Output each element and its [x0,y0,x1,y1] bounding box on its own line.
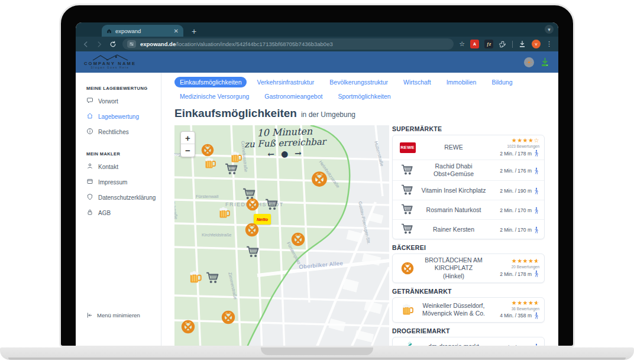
pretzel-map-marker-icon[interactable] [180,319,196,337]
sidebar-section-label: MEIN MAKLER [86,151,161,157]
theme-toggle[interactable] [524,57,534,67]
company-slogan: Slogan Goes Here [91,67,130,70]
tab-immobilien[interactable]: Immobilien [441,77,482,87]
tab-einkaufsm-glichkeiten[interactable]: Einkaufsmöglichkeiten [174,77,247,87]
company-name: COMPANY NAME [84,61,136,66]
page-title: Einkaufsmöglichkeiten in der Umgebung [174,107,558,120]
cart-map-marker-icon[interactable] [245,245,261,262]
forward-icon[interactable] [95,40,103,48]
collapse-left-icon [86,312,93,318]
tab-title: expowand [115,28,170,34]
pretzel-map-marker-icon[interactable] [221,310,236,327]
site-settings-icon[interactable] [127,40,136,48]
street-label: Fürstenwall [196,194,218,199]
place-row[interactable]: Rainer Kersten2 Min. / 170 m [393,219,544,239]
back-icon[interactable] [82,40,90,48]
beer-map-marker-icon[interactable] [203,156,217,173]
place-name: Rachid Dhabi Obst+Gemüse [418,162,490,178]
browser-tab[interactable]: expowand ✕ [102,25,183,37]
pdf-extension-icon[interactable]: A [470,40,479,48]
star-rating: ★★★★☆ [490,138,539,144]
extensions-puzzle-icon[interactable] [499,40,507,48]
place-row[interactable]: Rosmarin Naturkost2 Min. / 170 m [393,200,544,219]
cart-map-marker-icon[interactable] [205,271,221,288]
zoom-out-button[interactable]: − [181,144,195,157]
map[interactable]: + − 10 Minuten zu Fuß erreichbar ← ● → H… [174,125,389,346]
panel-section-title: DROGERIEMARKT [392,327,545,334]
tab-close-icon[interactable]: ✕ [174,28,179,34]
lock-icon [86,209,93,217]
place-row[interactable]: Rachid Dhabi Obst+Gemüse2 Min. / 176 m [393,160,544,180]
panel-section-title: GETRÄNKEMARKT [392,288,545,295]
sidebar-item-agb[interactable]: AGB [86,209,161,217]
cart-icon [400,183,415,197]
minimize-menu-label: Menü minimieren [97,312,140,318]
places-card: REWEREWE★★★★☆1023 Bewertungen2 Min. / 17… [392,135,545,239]
new-tab-button[interactable]: + [192,26,196,37]
review-count: 1023 Bewertungen [490,144,539,148]
sidebar-item-label: Kontakt [98,164,118,170]
review-count: 20 Bewertungen [490,265,539,269]
tab-medizinische-versorgung[interactable]: Medizinische Versorgung [174,91,254,102]
category-tabs: EinkaufsmöglichkeitenVerkehrsinfrastrukt… [174,77,558,102]
sidebar-item-label: Impressum [98,179,127,186]
places-panel: SUPERMÄRKTEREWEREWE★★★★☆1023 Bewertungen… [392,125,545,346]
profile-avatar[interactable]: v [532,40,541,48]
tab-bildung[interactable]: Bildung [486,77,517,87]
download-report-icon[interactable] [540,57,550,67]
downloads-icon[interactable] [518,40,526,48]
sidebar-item-impressum[interactable]: Impressum [86,178,161,186]
page-title-main: Einkaufsmöglichkeiten [174,107,297,120]
place-name: BROTLÄDCHEN AM KIRCHPLATZ(Hinkel) [418,256,490,280]
place-row[interactable]: REWEREWE★★★★☆1023 Bewertungen2 Min. / 17… [393,135,544,160]
tab-gastronomieangebot[interactable]: Gastronomieangebot [259,91,328,102]
tab-wirtschaft[interactable]: Wirtschaft [398,77,436,87]
pretzel-map-marker-icon[interactable] [310,170,328,190]
zoom-in-button[interactable]: + [181,132,195,144]
browser-menu-icon[interactable]: ⋮ [546,40,552,48]
address-bar[interactable]: expowand.de/locationValuation/index/542f… [122,38,454,50]
cart-icon [400,222,415,236]
pretzel-map-marker-icon[interactable] [244,222,260,240]
sidebar-item-datenschutzerkl-rung[interactable]: Datenschutzerklärung [86,193,161,202]
tab-sportm-glichkeiten[interactable]: Sportmöglichkeiten [332,91,396,102]
chat-icon [86,97,93,105]
tab-bev-lkerungsstruktur[interactable]: Bevölkerungsstruktur [324,77,393,87]
beer-map-marker-icon[interactable] [187,269,203,287]
map-zoom-control: + − [180,131,195,157]
cart-map-marker-icon[interactable] [264,197,280,215]
tab-verkehrsinfrastruktur[interactable]: Verkehrsinfrastruktur [251,77,319,87]
bookmark-star-icon[interactable]: ☆ [459,40,465,48]
minimize-menu-button[interactable]: Menü minimieren [86,312,140,318]
pretzel-icon [400,261,415,275]
beer-map-marker-icon[interactable] [217,206,231,222]
walking-person-icon [533,207,539,214]
home-icon [86,112,93,121]
place-name: dm-drogerie markt [418,343,490,346]
pretzel-map-marker-icon[interactable] [245,197,260,214]
place-name: Rosmarin Naturkost [418,206,490,214]
places-card: Weinkeller Düsseldorf,Mövenpick Wein & C… [392,297,545,323]
sidebar-item-vorwort[interactable]: Vorwort [86,97,161,105]
cart-map-marker-icon[interactable] [224,162,240,180]
places-card: BROTLÄDCHEN AM KIRCHPLATZ(Hinkel)★★★★☆20… [392,254,545,282]
place-row[interactable]: Vitamin Insel Kirchplatz2 Min. / 190 m [393,180,544,200]
reload-icon[interactable] [109,40,117,48]
script-extension-icon[interactable]: ƒz [484,40,493,48]
url-text: expowand.de/locationValuation/index/542f… [140,41,333,47]
place-name: Weinkeller Düsseldorf,Mövenpick Wein & C… [418,302,490,317]
place-row[interactable]: Weinkeller Düsseldorf,Mövenpick Wein & C… [393,298,544,322]
roofs-logo-icon [92,54,128,61]
place-row[interactable]: BROTLÄDCHEN AM KIRCHPLATZ(Hinkel)★★★★☆20… [393,254,544,282]
sidebar-item-kontakt[interactable]: Kontakt [86,162,161,171]
browser-window: expowand ✕ + ▾ expowand.de/locationValua… [76,22,558,346]
sidebar-section-label: MEINE LAGEBEWERTUNG [86,86,161,91]
info-icon [86,128,93,136]
place-row[interactable]: dm-drogerie markt5 Min. / 452 m [393,337,544,346]
distance-text: 5 Min. / 452 m [500,344,532,346]
tab-search-chevron-icon[interactable]: ▾ [545,25,554,34]
pretzel-map-marker-icon[interactable] [290,232,306,249]
sidebar-item-rechtliches[interactable]: Rechtliches [86,128,161,136]
distance-text: 2 Min. / 170 m [500,227,532,233]
sidebar-item-lagebewertung[interactable]: Lagebewertung [86,112,161,121]
